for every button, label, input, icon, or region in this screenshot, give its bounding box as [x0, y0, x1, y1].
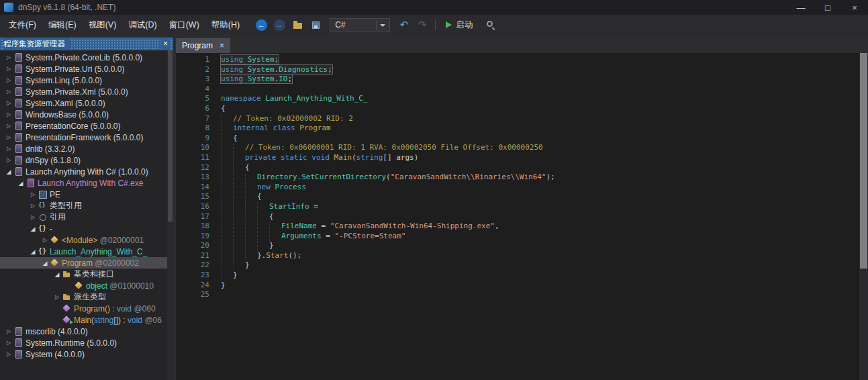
tree-item[interactable]: ▷dnSpy (6.1.8.0): [0, 154, 173, 166]
redo-button[interactable]: ↷: [415, 17, 430, 32]
tree-item[interactable]: ▷引用: [0, 211, 173, 223]
derived-icon: [62, 292, 72, 302]
line-number: 3: [176, 75, 209, 85]
tree-item[interactable]: ▷<Module> @02000001: [0, 234, 173, 246]
indent-guide: [245, 241, 257, 251]
tree-item[interactable]: ◢Launch_Anything_With_C_: [0, 246, 173, 257]
expand-icon[interactable]: ▷: [4, 111, 13, 117]
indent-guide: [221, 183, 233, 193]
tree-item[interactable]: ◢基类和接口: [0, 269, 173, 280]
assembly-tree[interactable]: ▷System.Private.CoreLib (5.0.0.0)▷System…: [0, 50, 173, 380]
tree-item[interactable]: ▷PresentationFramework (5.0.0.0): [0, 132, 173, 143]
menu-help[interactable]: 帮助(H): [205, 17, 246, 34]
tree-item[interactable]: ▷WindowsBase (5.0.0.0): [0, 109, 173, 120]
tree-item[interactable]: ◢-: [0, 223, 173, 234]
editor-scrollbar-thumb[interactable]: [860, 53, 867, 269]
assembly-icon: [13, 64, 23, 74]
tree-item-label: 类型引用: [50, 200, 82, 211]
expand-icon[interactable]: ▷: [4, 54, 13, 60]
tree-item[interactable]: ▷System (4.0.0.0): [0, 348, 173, 360]
line-number: 18: [176, 222, 209, 232]
tree-item[interactable]: ▷System.Xaml (5.0.0.0): [0, 97, 173, 109]
expand-icon[interactable]: ▷: [4, 134, 13, 140]
tree-item[interactable]: ◢Launch Anything With C#.exe: [0, 177, 173, 189]
navigate-forward-button[interactable]: →: [272, 17, 287, 32]
expand-icon[interactable]: ▷: [28, 191, 38, 197]
navigate-back-button[interactable]: ←: [254, 17, 269, 32]
expand-icon[interactable]: ▷: [4, 89, 13, 95]
expand-icon[interactable]: ▷: [4, 340, 13, 346]
undo-button[interactable]: ↶: [397, 17, 412, 32]
expand-icon[interactable]: ▷: [4, 100, 13, 106]
panel-close-icon[interactable]: ×: [160, 38, 171, 50]
menu-debug[interactable]: 调试(D): [122, 17, 162, 34]
tab-close-icon[interactable]: ×: [220, 41, 224, 50]
tree-item[interactable]: ▷System.Private.Uri (5.0.0.0): [0, 63, 173, 75]
expand-icon[interactable]: ▷: [4, 66, 13, 72]
expand-icon[interactable]: ▷: [28, 203, 38, 209]
menu-file[interactable]: 文件(F): [3, 17, 42, 34]
close-button[interactable]: ×: [841, 0, 868, 15]
tree-item[interactable]: Program() : void @060: [0, 303, 173, 314]
menu-view[interactable]: 视图(V): [83, 17, 123, 34]
code-line: 15{: [176, 192, 868, 202]
expand-icon[interactable]: ▷: [4, 351, 13, 357]
tab-program[interactable]: Program ×: [176, 38, 230, 53]
collapse-icon[interactable]: ◢: [28, 248, 38, 255]
expand-icon[interactable]: ▷: [4, 157, 13, 163]
maximize-button[interactable]: □: [814, 0, 841, 15]
tree-item[interactable]: ▷dnlib (3.3.2.0): [0, 143, 173, 154]
indent-guide: [257, 232, 269, 242]
tree-item[interactable]: ▷System.Linq (5.0.0.0): [0, 75, 173, 86]
expand-icon[interactable]: ▷: [40, 237, 50, 243]
tree-item-label: @02000002: [93, 258, 139, 268]
window-controls: — □ ×: [787, 0, 868, 15]
tree-item[interactable]: ▷PresentationCore (5.0.0.0): [0, 120, 173, 132]
save-all-button[interactable]: [308, 17, 323, 32]
menu-window[interactable]: 窗口(W): [163, 17, 205, 34]
assembly-icon: [13, 87, 23, 97]
code-editor[interactable]: 1using System;2using System.Diagnostics;…: [176, 53, 868, 380]
tree-item[interactable]: ▷类型引用: [0, 200, 173, 211]
tree-scrollbar-thumb[interactable]: [168, 50, 173, 222]
collapse-icon[interactable]: ◢: [4, 169, 13, 175]
start-button[interactable]: 启动: [441, 19, 477, 31]
code-line: 17{: [176, 212, 868, 222]
expand-icon[interactable]: ▷: [4, 123, 13, 129]
collapse-icon[interactable]: ◢: [40, 260, 50, 267]
tree-item[interactable]: Main(string[]) : void @06: [0, 314, 173, 326]
minimize-button[interactable]: —: [787, 0, 814, 15]
expand-icon[interactable]: ▷: [4, 328, 13, 334]
tree-item[interactable]: ▷System.Private.Xml (5.0.0.0): [0, 86, 173, 97]
tree-item[interactable]: ▷派生类型: [0, 291, 173, 303]
tree-item[interactable]: ◢Launch Anything With C# (1.0.0.0): [0, 166, 173, 177]
assembly-icon: [13, 109, 23, 120]
indent-guide: [221, 124, 233, 134]
assembly-explorer-header[interactable]: 程序集资源管理器 ×: [0, 38, 173, 50]
start-button-label: 启动: [456, 19, 473, 31]
collapse-icon[interactable]: ◢: [16, 180, 26, 187]
code-line: 12{: [176, 163, 868, 173]
indent-guide: [233, 143, 245, 153]
search-button[interactable]: [481, 17, 495, 32]
open-file-button[interactable]: [290, 17, 305, 32]
expand-icon[interactable]: ▷: [28, 214, 38, 220]
language-select[interactable]: C#: [330, 18, 390, 32]
indent-guide: [221, 271, 233, 281]
expand-icon[interactable]: ▷: [4, 77, 13, 83]
editor-scrollbar[interactable]: [859, 53, 868, 380]
expand-icon[interactable]: ▷: [52, 294, 62, 300]
tree-item[interactable]: ◢Program @02000002: [0, 257, 173, 269]
tree-item[interactable]: ▷PE: [0, 189, 173, 200]
collapse-icon[interactable]: ◢: [28, 226, 38, 232]
tree-item[interactable]: ▷mscorlib (4.0.0.0): [0, 326, 173, 337]
tree-item[interactable]: object @01000010: [0, 280, 173, 291]
collapse-icon[interactable]: ◢: [52, 271, 62, 278]
menu-edit[interactable]: 编辑(E): [42, 17, 83, 34]
tree-scrollbar[interactable]: [167, 50, 173, 380]
tree-item[interactable]: ▷System.Private.CoreLib (5.0.0.0): [0, 52, 173, 63]
expand-icon[interactable]: ▷: [4, 146, 13, 152]
assembly-icon: [13, 98, 23, 108]
tree-item[interactable]: ▷System.Runtime (5.0.0.0): [0, 337, 173, 348]
main-area: 程序集资源管理器 × ▷System.Private.CoreLib (5.0.…: [0, 35, 868, 380]
